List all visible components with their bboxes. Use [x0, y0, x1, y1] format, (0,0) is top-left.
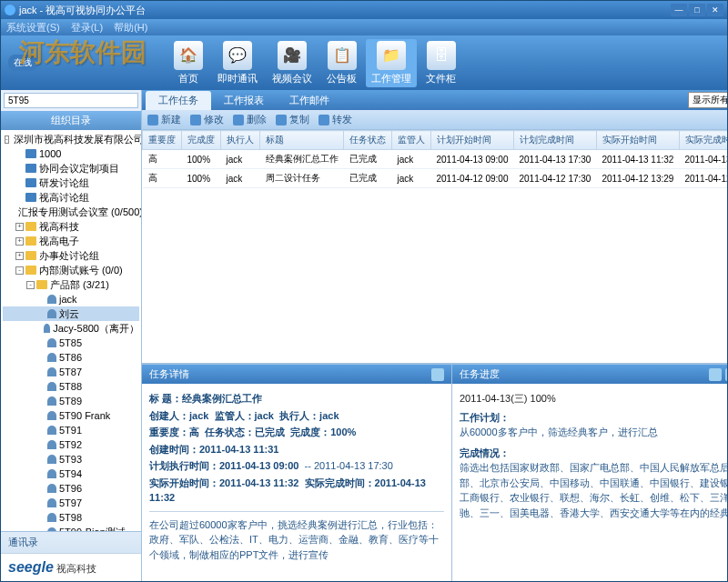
table-row[interactable]: 高100%jack周二设计任务已完成jack2011-04-12 09:0020… [143, 169, 728, 188]
tree-node[interactable]: Jacy-5800（离开） [3, 321, 139, 336]
tree-label: 内部测试账号 (0/0) [39, 264, 123, 276]
tree-node[interactable]: 5T89 [3, 394, 139, 408]
user-icon [47, 455, 56, 464]
table-row[interactable]: 高100%jack经典案例汇总工作已完成jack2011-04-13 09:00… [143, 150, 728, 169]
tree-label: 产品部 (3/21) [50, 278, 109, 291]
user-icon [47, 382, 56, 391]
contacts-tab[interactable]: 通讯录 [1, 532, 141, 554]
tree-node[interactable]: 5T93 [3, 452, 139, 467]
tree-label: 视高讨论组 [39, 191, 89, 204]
action-修改[interactable]: 修改 [190, 113, 224, 126]
tab-工作报表[interactable]: 工作报表 [211, 91, 277, 110]
view-selector[interactable]: 显示所有记录 ▾ [688, 92, 727, 108]
toolbar-公告板[interactable]: 📋公告板 [321, 39, 362, 87]
action-转发[interactable]: 转发 [318, 113, 352, 126]
user-icon [47, 295, 56, 304]
tree-node[interactable]: 汇报专用测试会议室 (0/500) [3, 205, 139, 219]
tree-node[interactable]: 5T91 [3, 423, 139, 437]
tree-node[interactable]: 协同会议定制项目 [3, 161, 139, 176]
tree-node[interactable]: 5T86 [3, 350, 139, 365]
tree-node[interactable]: +视高科技 [3, 219, 139, 234]
menu-item[interactable]: 帮助(H) [114, 21, 147, 35]
col-header[interactable]: 计划完成时间 [513, 131, 596, 150]
col-header[interactable]: 实际开始时间 [596, 131, 679, 150]
tree-node[interactable]: -深圳市视高科技发展有限公司 (0/1) [3, 132, 139, 146]
menu-item[interactable]: 系统设置(S) [6, 21, 60, 35]
minimize-button[interactable]: — [671, 4, 687, 16]
expand-icon[interactable]: - [26, 281, 35, 289]
toolbar-icon: 📋 [328, 41, 357, 70]
toolbar-icon: 💬 [223, 41, 252, 70]
maximize-button[interactable]: □ [689, 4, 705, 16]
expand-icon[interactable]: - [5, 135, 9, 144]
tab-工作邮件[interactable]: 工作邮件 [277, 91, 342, 110]
tree-node[interactable]: 5T88 [3, 379, 139, 394]
org-tree[interactable]: -深圳市视高科技发展有限公司 (0/1)1000协同会议定制项目研发讨论组视高讨… [1, 130, 141, 531]
col-header[interactable]: 完成度 [182, 131, 221, 150]
tree-node[interactable]: +视高电子 [3, 234, 139, 248]
tree-node[interactable]: 5T85 [3, 336, 139, 350]
col-header[interactable]: 实际完成时间 [679, 131, 727, 150]
tree-node[interactable]: 视高讨论组 [3, 190, 139, 205]
progress-add-icon[interactable] [709, 368, 722, 381]
tree-label: 刘云 [59, 307, 79, 320]
col-header[interactable]: 重要度 [143, 131, 182, 150]
tree-label: 5T96 [59, 482, 82, 495]
search-input[interactable] [4, 93, 138, 108]
tree-node[interactable]: 5T96 [3, 481, 139, 496]
tree-node[interactable]: 5T99-Bian测试 [3, 525, 139, 531]
col-header[interactable]: 计划开始时间 [431, 131, 514, 150]
progress-title: 任务进度 [460, 367, 500, 381]
toolbar-视频会议[interactable]: 🎥视频会议 [267, 39, 318, 87]
toolbar-首页[interactable]: 🏠首页 [168, 39, 208, 87]
online-status[interactable]: 在线 [8, 55, 37, 71]
action-新建[interactable]: 新建 [147, 113, 181, 126]
col-header[interactable]: 标题 [260, 131, 344, 150]
blue-icon [25, 178, 36, 187]
action-icon [190, 115, 201, 125]
tree-node[interactable]: 5T90 Frank [3, 408, 139, 423]
blue-icon [25, 149, 36, 158]
tree-node[interactable]: jack [3, 292, 139, 306]
tree-node[interactable]: 研发讨论组 [3, 176, 139, 190]
col-header[interactable]: 执行人 [221, 131, 260, 150]
tree-node[interactable]: 5T94 [3, 467, 139, 481]
tree-label: 汇报专用测试会议室 (0/500) [18, 206, 141, 218]
tab-工作任务[interactable]: 工作任务 [146, 91, 211, 110]
col-header[interactable]: 任务状态 [344, 131, 392, 150]
action-复制[interactable]: 复制 [276, 113, 309, 126]
expand-icon[interactable]: + [15, 252, 24, 260]
tree-label: jack [59, 293, 77, 306]
user-icon [47, 411, 56, 420]
tree-label: 5T87 [59, 366, 82, 378]
tree-node[interactable]: -内部测试账号 (0/0) [3, 263, 139, 277]
action-删除[interactable]: 删除 [233, 113, 267, 126]
detail-tool-icon[interactable] [431, 368, 444, 381]
progress-edit-icon[interactable] [725, 368, 727, 381]
tree-node[interactable]: 5T97 [3, 496, 139, 510]
action-icon [233, 115, 244, 125]
plan-text: 从60000多客户中，筛选经典客户，进行汇总 [460, 425, 727, 440]
user-icon [47, 396, 56, 406]
tree-label: 1000 [39, 147, 61, 160]
user-icon [47, 498, 56, 507]
expand-icon[interactable]: + [15, 237, 24, 246]
task-detail-pane: 任务详情 标 题：经典案例汇总工作 创建人：jack 监管人：jack 执行人：… [142, 365, 452, 581]
close-button[interactable]: ✕ [707, 4, 723, 16]
expand-icon[interactable]: + [15, 223, 24, 231]
tree-node[interactable]: 5T98 [3, 510, 139, 525]
col-header[interactable]: 监管人 [392, 131, 431, 150]
tree-node[interactable]: -产品部 (3/21) [3, 277, 139, 292]
menu-item[interactable]: 登录(L) [71, 21, 103, 35]
toolbar-工作管理[interactable]: 📁工作管理 [366, 39, 417, 87]
tree-node[interactable]: +办事处讨论组 [3, 248, 139, 263]
task-grid[interactable]: 重要度完成度执行人标题任务状态监管人计划开始时间计划完成时间实际开始时间实际完成… [142, 130, 727, 363]
expand-icon[interactable]: - [15, 266, 24, 275]
tree-node[interactable]: 1000 [3, 146, 139, 161]
toolbar-文件柜[interactable]: 🗄文件柜 [420, 39, 461, 87]
tree-node[interactable]: 5T92 [3, 437, 139, 452]
tree-node[interactable]: 刘云 [3, 306, 139, 321]
tree-node[interactable]: 5T87 [3, 365, 139, 379]
tree-label: 5T94 [59, 467, 82, 480]
toolbar-即时通讯[interactable]: 💬即时通讯 [212, 39, 263, 87]
